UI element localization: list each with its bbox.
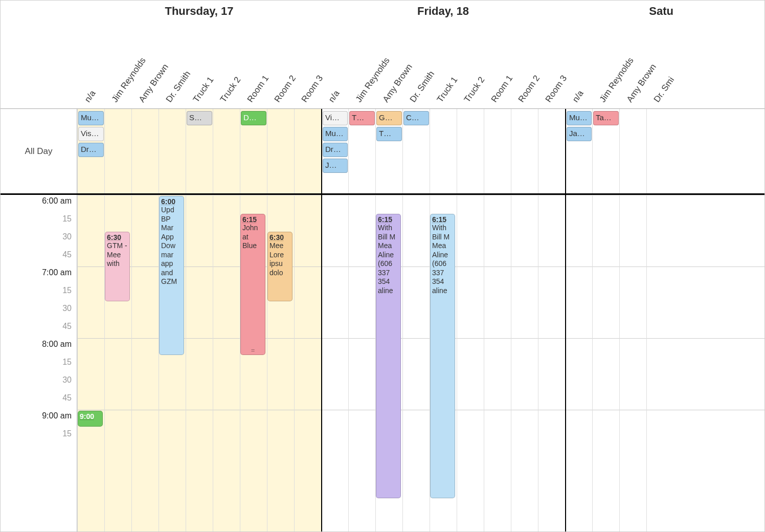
all-day-event[interactable]: Mu…	[567, 111, 592, 125]
all-day-event[interactable]: D…	[241, 111, 266, 125]
event-time: 6:15	[242, 215, 263, 224]
all-day-cell[interactable]	[511, 109, 538, 193]
all-day-cell[interactable]: G…T…	[375, 109, 402, 193]
event-time: 9:00	[80, 412, 101, 420]
all-day-event[interactable]: J…	[323, 159, 348, 173]
resource-column-header[interactable]: Room 2	[511, 22, 538, 108]
resource-column-header[interactable]: Amy Brown	[619, 22, 646, 108]
resource-column-header[interactable]: Room 2	[267, 22, 294, 108]
resource-column-header[interactable]: Dr. Smi	[646, 22, 673, 108]
all-day-cell[interactable]: S…	[186, 109, 213, 193]
column-separator	[484, 195, 484, 531]
all-day-cell[interactable]: C…	[402, 109, 430, 193]
time-label: 30	[62, 232, 72, 241]
event-time: 6:00	[161, 197, 182, 206]
resource-column-header[interactable]: Truck 2	[457, 22, 484, 108]
resource-label: n/a	[570, 88, 586, 104]
all-day-cell[interactable]	[538, 109, 565, 193]
resource-column-header[interactable]: Amy Brown	[131, 22, 159, 108]
resource-column-header[interactable]: Jim Reynolds	[104, 22, 131, 108]
resource-column-header[interactable]: n/a	[321, 22, 348, 108]
resource-column-header[interactable]: Truck 2	[213, 22, 240, 108]
resource-column-header[interactable]: n/a	[77, 22, 104, 108]
all-day-event[interactable]: Ja…	[567, 127, 592, 141]
day-header[interactable]: Friday, 18	[321, 1, 565, 22]
column-separator	[402, 195, 403, 531]
all-day-cell[interactable]	[213, 109, 240, 193]
all-day-event[interactable]: T…	[349, 111, 375, 125]
day-header[interactable]: Thursday, 17	[77, 1, 321, 22]
resource-label: Truck 1	[191, 75, 216, 104]
resource-label: Truck 2	[462, 75, 487, 104]
all-day-event[interactable]: T…	[376, 127, 402, 141]
all-day-event[interactable]: Mu…	[78, 111, 104, 125]
all-day-event[interactable]: G…	[376, 111, 402, 125]
column-separator	[511, 195, 511, 531]
column-separator	[77, 195, 78, 531]
resource-header-spacer	[1, 22, 77, 108]
all-day-event[interactable]: S…	[187, 111, 212, 125]
resource-column-header[interactable]: Jim Reynolds	[348, 22, 375, 108]
all-day-cell[interactable]	[131, 109, 159, 193]
calendar-event[interactable]: 6:15With Bill M Mea Aline (606 337 354 a…	[430, 214, 455, 498]
resource-column-header[interactable]: Room 3	[538, 22, 565, 108]
all-day-cell[interactable]: Mu…Vis…Dr…	[77, 109, 104, 193]
all-day-cell[interactable]	[457, 109, 484, 193]
resource-label: Truck 2	[218, 75, 243, 104]
all-day-event[interactable]: Dr…	[323, 143, 348, 157]
all-day-event[interactable]: Dr…	[78, 143, 104, 157]
calendar-event[interactable]: 6:15With Bill M Mea Aline (606 337 354 a…	[376, 214, 401, 498]
column-separator	[538, 195, 538, 531]
all-day-cell[interactable]: D…	[240, 109, 267, 193]
all-day-label: All Day	[1, 109, 77, 193]
all-day-cell[interactable]: Mu…Ja…	[565, 109, 592, 193]
resource-label: Truck 1	[435, 75, 460, 104]
calendar-event[interactable]: 6:15John at Blue=	[240, 214, 265, 355]
all-day-event[interactable]: C…	[403, 111, 429, 125]
resource-column-header[interactable]: Truck 1	[186, 22, 213, 108]
column-separator	[294, 195, 295, 531]
all-day-cell[interactable]	[294, 109, 321, 193]
day-header[interactable]: Satu	[565, 1, 673, 22]
resource-column-header[interactable]: Dr. Smith	[159, 22, 186, 108]
all-day-cell[interactable]	[619, 109, 646, 193]
all-day-cell[interactable]	[646, 109, 673, 193]
time-label: 30	[62, 304, 72, 313]
resource-label: n/a	[326, 88, 342, 104]
event-time: 6:30	[269, 233, 290, 241]
resource-column-header[interactable]: Dr. Smith	[402, 22, 430, 108]
event-grid[interactable]: 6:30GTM - Mee with6:00Upd BP Mar App Dow…	[77, 195, 764, 531]
all-day-cell[interactable]	[430, 109, 457, 193]
all-day-cell[interactable]	[484, 109, 511, 193]
time-label: 45	[62, 250, 72, 259]
event-title: GTM - Mee with	[107, 241, 128, 269]
resource-column-header[interactable]: Jim Reynolds	[592, 22, 619, 108]
all-day-cell[interactable]: T…	[348, 109, 375, 193]
resource-label: n/a	[82, 88, 98, 104]
all-day-cell[interactable]	[159, 109, 186, 193]
timed-grid[interactable]: 6:00 am1530457:00 am1530458:00 am1530459…	[1, 195, 764, 531]
time-label: 30	[62, 375, 72, 385]
all-day-event[interactable]: Vi…	[323, 111, 348, 125]
all-day-cell[interactable]	[104, 109, 131, 193]
time-label: 8:00 am	[42, 340, 72, 349]
calendar-event[interactable]: 9:00	[78, 411, 103, 427]
resource-column-header[interactable]: n/a	[565, 22, 592, 108]
resource-column-header[interactable]: Room 1	[240, 22, 267, 108]
calendar-event[interactable]: 6:30Mee Lore ipsu dolo	[267, 232, 292, 301]
all-day-cell[interactable]: Vi…Mu…Dr…J…	[321, 109, 348, 193]
all-day-event[interactable]: Vis…	[78, 127, 104, 141]
resource-column-header[interactable]: Room 1	[484, 22, 511, 108]
time-label: 7:00 am	[42, 268, 72, 277]
resize-handle-icon[interactable]: =	[251, 347, 255, 353]
resource-column-header[interactable]: Amy Brown	[375, 22, 402, 108]
calendar-event[interactable]: 6:30GTM - Mee with	[105, 232, 130, 301]
resource-column-header[interactable]: Truck 1	[430, 22, 457, 108]
calendar-event[interactable]: 6:00Upd BP Mar App Dow mar app and GZM	[159, 196, 184, 355]
all-day-event[interactable]: Ta…	[593, 111, 619, 125]
all-day-cell[interactable]	[267, 109, 294, 193]
all-day-event[interactable]: Mu…	[323, 127, 348, 141]
resource-column-header[interactable]: Room 3	[294, 22, 321, 108]
day-separator	[321, 195, 322, 531]
all-day-cell[interactable]: Ta…	[592, 109, 619, 193]
